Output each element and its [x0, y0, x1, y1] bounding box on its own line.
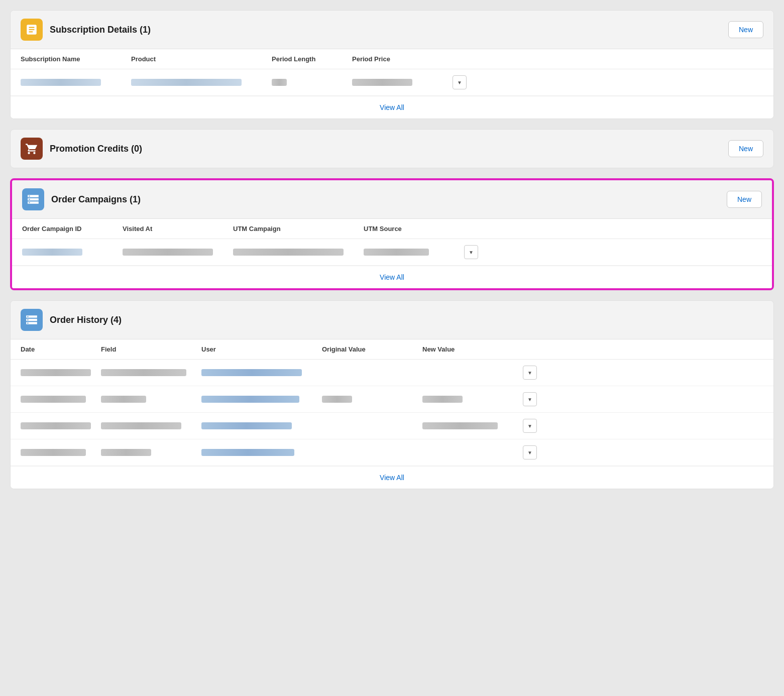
chevron-down-icon: ▼: [527, 397, 532, 402]
subscription-period-cell: [272, 79, 352, 86]
table-row: ▼: [11, 439, 773, 466]
subscription-col-period: Period Length: [272, 55, 352, 63]
order-campaigns-header: Order Campaigns (1) New: [12, 180, 772, 219]
dropdown-button[interactable]: ▼: [523, 419, 537, 433]
order-history-section: Order History (4) Date Field User Origin…: [10, 300, 774, 489]
campaigns-table: Order Campaign ID Visited At UTM Campaig…: [12, 219, 772, 288]
history-title: Order History (4): [50, 315, 763, 325]
history-row-dropdown-1[interactable]: ▼: [523, 366, 548, 380]
subscription-name-cell: [21, 79, 131, 86]
history-user-3: [201, 422, 322, 429]
chevron-down-icon: ▼: [527, 423, 532, 429]
history-date-1: [21, 369, 101, 376]
campaigns-row-dropdown[interactable]: ▼: [464, 245, 489, 259]
subscription-icon: [21, 19, 43, 41]
table-row: ▼: [11, 413, 773, 439]
campaigns-view-all-row: View All: [12, 266, 772, 288]
campaigns-col-utm-campaign: UTM Campaign: [233, 225, 364, 233]
history-view-all-row: View All: [11, 466, 773, 489]
subscription-view-all-link[interactable]: View All: [380, 103, 404, 111]
history-new-3: [422, 422, 523, 429]
campaigns-id-cell: [22, 249, 123, 256]
history-col-original: Original Value: [322, 345, 422, 353]
history-col-user: User: [201, 345, 322, 353]
table-row: ▼: [12, 239, 772, 266]
subscription-col-product: Product: [131, 55, 272, 63]
history-date-2: [21, 396, 101, 403]
history-col-date: Date: [21, 345, 101, 353]
chevron-down-icon: ▼: [457, 80, 462, 85]
subscription-view-all-row: View All: [11, 96, 773, 119]
history-original-2: [322, 396, 422, 403]
history-table-header: Date Field User Original Value New Value: [11, 339, 773, 360]
order-history-header: Order History (4): [11, 301, 773, 339]
subscription-col-price: Period Price: [352, 55, 453, 63]
subscription-new-button[interactable]: New: [728, 21, 763, 38]
history-col-field: Field: [101, 345, 201, 353]
history-field-3: [101, 422, 201, 429]
history-table: Date Field User Original Value New Value…: [11, 339, 773, 489]
subscription-product-cell: [131, 79, 272, 86]
history-col-new: New Value: [422, 345, 523, 353]
promotion-credits-header: Promotion Credits (0) New: [11, 130, 773, 168]
subscription-title: Subscription Details (1): [50, 25, 728, 35]
dropdown-button[interactable]: ▼: [523, 445, 537, 459]
subscription-table: Subscription Name Product Period Length …: [11, 49, 773, 119]
history-row-dropdown-2[interactable]: ▼: [523, 392, 548, 406]
chevron-down-icon: ▼: [469, 250, 474, 255]
subscription-table-header: Subscription Name Product Period Length …: [11, 49, 773, 69]
chevron-down-icon: ▼: [527, 450, 532, 455]
history-user-4: [201, 449, 322, 456]
campaigns-visited-cell: [123, 249, 233, 256]
history-new-2: [422, 396, 523, 403]
subscription-row-dropdown[interactable]: ▼: [453, 75, 478, 89]
history-user-1: [201, 369, 322, 376]
subscription-details-section: Subscription Details (1) New Subscriptio…: [10, 10, 774, 119]
campaigns-col-id: Order Campaign ID: [22, 225, 123, 233]
promotion-new-button[interactable]: New: [728, 140, 763, 157]
history-view-all-link[interactable]: View All: [380, 474, 404, 482]
campaigns-new-button[interactable]: New: [727, 191, 762, 208]
dropdown-button[interactable]: ▼: [523, 392, 537, 406]
dropdown-button[interactable]: ▼: [464, 245, 478, 259]
history-date-3: [21, 422, 101, 429]
campaigns-title: Order Campaigns (1): [51, 194, 727, 205]
campaigns-utm-campaign-cell: [233, 249, 364, 256]
table-row: ▼: [11, 386, 773, 413]
history-row-dropdown-4[interactable]: ▼: [523, 445, 548, 459]
promotion-credits-section: Promotion Credits (0) New: [10, 129, 774, 168]
history-icon: [21, 309, 43, 331]
campaigns-icon: [22, 188, 44, 210]
history-field-1: [101, 369, 201, 376]
campaigns-col-visited: Visited At: [123, 225, 233, 233]
history-row-dropdown-3[interactable]: ▼: [523, 419, 548, 433]
dropdown-button[interactable]: ▼: [453, 75, 467, 89]
chevron-down-icon: ▼: [527, 370, 532, 376]
order-campaigns-section: Order Campaigns (1) New Order Campaign I…: [10, 178, 774, 290]
subscription-col-name: Subscription Name: [21, 55, 131, 63]
campaigns-table-header: Order Campaign ID Visited At UTM Campaig…: [12, 219, 772, 239]
campaigns-utm-source-cell: [364, 249, 464, 256]
subscription-price-cell: [352, 79, 453, 86]
history-field-4: [101, 449, 201, 456]
table-row: ▼: [11, 69, 773, 96]
history-field-2: [101, 396, 201, 403]
subscription-details-header: Subscription Details (1) New: [11, 11, 773, 49]
dropdown-button[interactable]: ▼: [523, 366, 537, 380]
promotion-icon: [21, 138, 43, 160]
campaigns-col-utm-source: UTM Source: [364, 225, 464, 233]
promotion-title: Promotion Credits (0): [50, 144, 728, 154]
table-row: ▼: [11, 360, 773, 386]
history-user-2: [201, 396, 322, 403]
campaigns-view-all-link[interactable]: View All: [380, 273, 404, 281]
history-date-4: [21, 449, 101, 456]
